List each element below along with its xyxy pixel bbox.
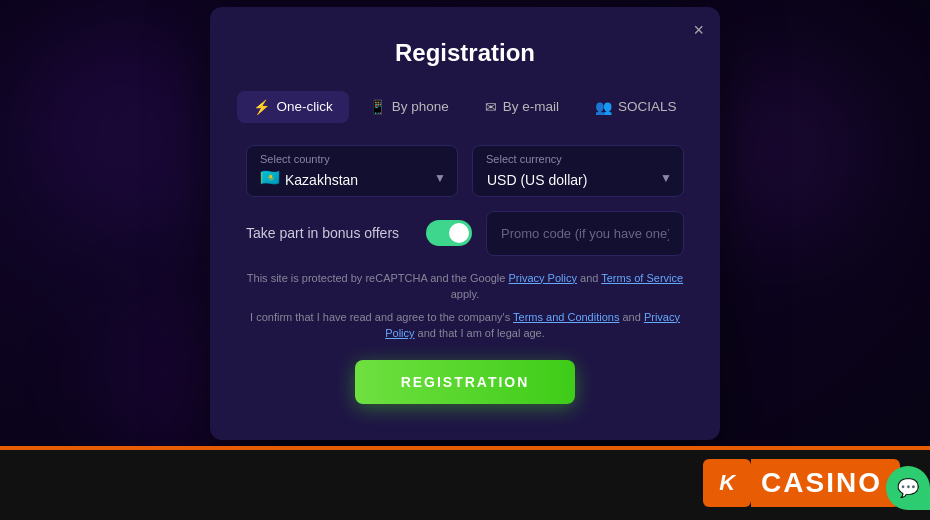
currency-group: Select currency USD (US dollar) ▼ — [472, 145, 684, 197]
casino-logo-text: CASINO — [751, 459, 900, 507]
terms-and-conditions-link[interactable]: Terms and Conditions — [513, 311, 619, 323]
lightning-icon: ⚡ — [253, 99, 270, 115]
register-button[interactable]: REGISTRATION — [355, 360, 575, 404]
country-select[interactable]: Kazakhstan — [246, 145, 458, 197]
socials-icon: 👥 — [595, 99, 612, 115]
country-group: Select country 🇰🇿 Kazakhstan ▼ — [246, 145, 458, 197]
tab-by-email[interactable]: ✉ By e-mail — [469, 91, 575, 123]
tab-by-phone-label: By phone — [392, 99, 449, 114]
promo-code-input[interactable] — [486, 211, 684, 256]
tab-socials-label: SOCIALS — [618, 99, 677, 114]
tab-one-click[interactable]: ⚡ One-click — [237, 91, 348, 123]
tab-socials[interactable]: 👥 SOCIALS — [579, 91, 693, 123]
orange-accent-bar — [0, 446, 930, 450]
bonus-label: Take part in bonus offers — [246, 225, 412, 241]
toggle-knob — [449, 223, 469, 243]
email-icon: ✉ — [485, 99, 497, 115]
currency-select[interactable]: USD (US dollar) — [472, 145, 684, 197]
casino-logo: K CASINO — [703, 459, 900, 507]
bottom-bar: K CASINO — [0, 446, 930, 520]
registration-modal: × Registration ⚡ One-click 📱 By phone ✉ … — [210, 7, 720, 440]
terms-of-service-link[interactable]: Terms of Service — [601, 272, 683, 284]
close-button[interactable]: × — [693, 21, 704, 39]
legal-confirm-text: I confirm that I have read and agree to … — [246, 309, 684, 342]
privacy-policy-link-1[interactable]: Privacy Policy — [509, 272, 577, 284]
chat-bubble[interactable]: 💬 — [886, 466, 930, 510]
tab-by-phone[interactable]: 📱 By phone — [353, 91, 465, 123]
bonus-toggle[interactable] — [426, 220, 472, 246]
casino-logo-icon: K — [703, 459, 751, 507]
phone-icon: 📱 — [369, 99, 386, 115]
country-currency-row: Select country 🇰🇿 Kazakhstan ▼ Select cu… — [246, 145, 684, 197]
tab-bar: ⚡ One-click 📱 By phone ✉ By e-mail 👥 SOC… — [246, 91, 684, 123]
modal-title: Registration — [246, 39, 684, 67]
tab-one-click-label: One-click — [276, 99, 332, 114]
legal-recaptcha-text: This site is protected by reCAPTCHA and … — [246, 270, 684, 303]
tab-by-email-label: By e-mail — [503, 99, 559, 114]
modal-overlay: × Registration ⚡ One-click 📱 By phone ✉ … — [0, 0, 930, 520]
bonus-promo-row: Take part in bonus offers — [246, 211, 684, 256]
